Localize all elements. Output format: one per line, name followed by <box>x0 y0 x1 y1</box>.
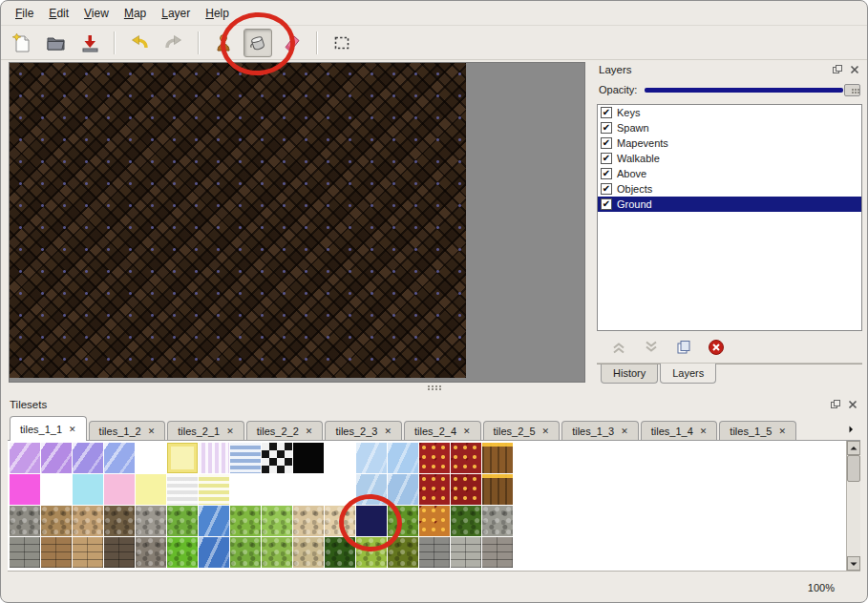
layer-move-down-button[interactable] <box>643 339 660 356</box>
tab-close-icon[interactable]: ✕ <box>384 426 392 436</box>
tile-0-9[interactable] <box>293 443 324 473</box>
tileset-tab-tiles_2_2[interactable]: tiles_2_2✕ <box>246 421 324 441</box>
tile-2-8[interactable] <box>262 506 292 536</box>
tile-1-12[interactable] <box>388 474 418 505</box>
tile-2-10[interactable] <box>325 506 355 536</box>
tile-1-1[interactable] <box>41 474 72 505</box>
tile-3-11[interactable] <box>356 537 387 568</box>
tile-1-6[interactable] <box>199 474 229 505</box>
tileset-tab-tiles_1_5[interactable]: tiles_1_5✕ <box>719 421 796 441</box>
tile-1-3[interactable] <box>104 474 135 505</box>
tile-1-5[interactable] <box>167 474 198 505</box>
tile-3-7[interactable] <box>230 537 261 568</box>
tab-close-icon[interactable]: ✕ <box>226 426 234 436</box>
tab-close-icon[interactable]: ✕ <box>69 425 76 434</box>
tile-3-15[interactable] <box>482 537 513 568</box>
tab-close-icon[interactable]: ✕ <box>463 426 471 436</box>
select-tool-button[interactable] <box>328 29 356 57</box>
player-tool-button[interactable] <box>209 29 238 57</box>
fill-tool-button[interactable] <box>243 29 272 57</box>
layers-float-icon[interactable] <box>831 64 843 76</box>
layer-delete-button[interactable] <box>708 339 725 356</box>
tile-3-5[interactable] <box>167 537 198 568</box>
tileset-tab-tiles_1_4[interactable]: tiles_1_4✕ <box>641 421 718 441</box>
tab-close-icon[interactable]: ✕ <box>700 426 708 436</box>
new-map-button[interactable] <box>7 29 35 57</box>
opacity-slider[interactable] <box>645 83 860 97</box>
tile-2-1[interactable] <box>41 506 72 536</box>
tile-3-4[interactable] <box>136 537 166 568</box>
tileset-tab-tiles_2_1[interactable]: tiles_2_1✕ <box>167 421 244 441</box>
tile-1-10[interactable] <box>325 474 355 505</box>
tile-2-6[interactable] <box>199 506 229 536</box>
tile-2-9[interactable] <box>293 506 324 536</box>
tile-2-2[interactable] <box>73 506 103 536</box>
tab-history[interactable]: History <box>601 364 658 384</box>
tile-2-7[interactable] <box>230 506 261 536</box>
tab-scroll-right-button[interactable] <box>842 421 858 437</box>
layer-row-objects[interactable]: ✔Objects <box>598 181 861 197</box>
tile-0-10[interactable] <box>325 443 355 473</box>
tile-0-6[interactable] <box>199 443 229 473</box>
tile-0-15[interactable] <box>482 443 513 473</box>
tile-1-0[interactable] <box>10 474 40 505</box>
tile-3-14[interactable] <box>451 537 481 568</box>
tile-1-13[interactable] <box>419 474 450 505</box>
tileset-tab-tiles_2_3[interactable]: tiles_2_3✕ <box>325 421 402 441</box>
tab-close-icon[interactable]: ✕ <box>778 426 786 436</box>
tileset-tab-tiles_1_3[interactable]: tiles_1_3✕ <box>561 421 639 441</box>
layer-row-walkable[interactable]: ✔Walkable <box>598 151 861 166</box>
tab-close-icon[interactable]: ✕ <box>542 426 550 436</box>
tile-2-5[interactable] <box>167 506 198 536</box>
open-button[interactable] <box>41 29 70 57</box>
menu-edit[interactable]: Edit <box>42 3 75 24</box>
layers-close-icon[interactable] <box>848 64 860 76</box>
tile-1-2[interactable] <box>73 474 103 505</box>
tileset-tab-tiles_1_2[interactable]: tiles_1_2✕ <box>89 421 166 441</box>
tile-3-0[interactable] <box>10 537 40 568</box>
tab-close-icon[interactable]: ✕ <box>148 426 156 436</box>
tab-close-icon[interactable]: ✕ <box>306 426 313 436</box>
tab-layers[interactable]: Layers <box>660 364 716 384</box>
tile-0-4[interactable] <box>136 443 166 473</box>
menu-layer[interactable]: Layer <box>155 3 197 24</box>
tile-3-8[interactable] <box>262 537 292 568</box>
tile-3-6[interactable] <box>199 537 229 568</box>
layer-duplicate-button[interactable] <box>675 339 692 356</box>
opacity-slider-track[interactable] <box>645 88 843 93</box>
tile-1-15[interactable] <box>482 474 513 505</box>
tile-1-8[interactable] <box>262 474 292 505</box>
tile-2-3[interactable] <box>104 506 135 536</box>
tile-0-13[interactable] <box>419 443 450 473</box>
scrollbar-thumb[interactable] <box>847 455 860 482</box>
tile-1-4[interactable] <box>136 474 166 505</box>
tile-1-9[interactable] <box>293 474 324 505</box>
tile-2-11[interactable] <box>356 506 387 536</box>
map-canvas[interactable] <box>10 63 466 378</box>
tile-2-0[interactable] <box>10 506 40 536</box>
menu-help[interactable]: Help <box>199 3 236 24</box>
tile-0-14[interactable] <box>451 443 481 473</box>
layer-visibility-checkbox[interactable]: ✔ <box>601 198 612 210</box>
tile-3-3[interactable] <box>104 537 135 568</box>
menu-file[interactable]: File <box>9 3 40 24</box>
tilesets-float-icon[interactable] <box>829 399 841 411</box>
tile-0-11[interactable] <box>356 443 387 473</box>
layer-row-mapevents[interactable]: ✔Mapevents <box>598 135 861 151</box>
tile-1-7[interactable] <box>230 474 261 505</box>
tile-2-4[interactable] <box>136 506 166 536</box>
layer-move-up-button[interactable] <box>610 339 627 356</box>
tile-0-2[interactable] <box>73 443 103 473</box>
palette-scrollbar[interactable] <box>846 441 860 571</box>
layer-visibility-checkbox[interactable]: ✔ <box>601 137 612 149</box>
tile-0-0[interactable] <box>10 443 40 473</box>
menu-map[interactable]: Map <box>117 3 153 24</box>
tilesets-close-icon[interactable] <box>846 399 858 411</box>
layer-row-ground[interactable]: ✔Ground <box>598 197 861 212</box>
tile-3-1[interactable] <box>41 537 72 568</box>
tile-3-12[interactable] <box>388 537 418 568</box>
menu-view[interactable]: View <box>77 3 116 24</box>
tile-0-5[interactable] <box>167 443 198 473</box>
tile-2-15[interactable] <box>482 506 513 536</box>
tile-2-12[interactable] <box>388 506 418 536</box>
